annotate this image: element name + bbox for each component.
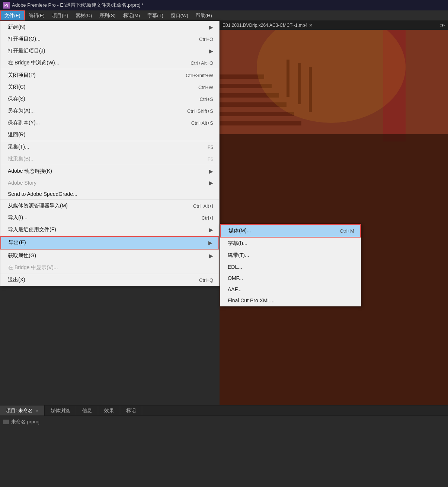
- menu-item-label-save: 保存(S): [8, 96, 25, 102]
- menu-item-window[interactable]: 窗口(W): [167, 10, 192, 20]
- project-item: 未命名.prproj: [3, 417, 445, 426]
- submenu-label-tape: 磁带(T)...: [228, 252, 249, 259]
- menu-item-adobe-dynamic-link[interactable]: Adobe 动态链接(K)▶: [0, 165, 219, 177]
- menu-item-subtitle[interactable]: 字幕(T): [144, 10, 167, 20]
- bottom-panel: 项目: 未命名×媒体浏览信息效果标记 未命名.prproj: [0, 405, 448, 487]
- menu-section-section5: 从媒体资源管理器导入(M)Ctrl+Alt+I导入(I)...Ctrl+I导入最…: [0, 200, 219, 236]
- title-bar: Pr Adobe Premiere Pro - E:\迅雷下载\新建文件夹\未命…: [0, 0, 448, 10]
- menu-item-open-project[interactable]: 打开项目(O)...Ctrl+O: [0, 33, 219, 45]
- svg-rect-6: [220, 121, 301, 125]
- project-file-name: 未命名.prproj: [11, 418, 39, 425]
- menu-item-close[interactable]: 关闭(C)Ctrl+W: [0, 81, 219, 93]
- svg-rect-5: [220, 112, 294, 116]
- menu-item-project[interactable]: 项目(P): [48, 10, 72, 20]
- menu-item-close-project[interactable]: 关闭项目(P)Ctrl+Shift+W: [0, 69, 219, 81]
- shortcut-close-project: Ctrl+Shift+W: [186, 73, 213, 78]
- menu-section-section2: 关闭项目(P)Ctrl+Shift+W关闭(C)Ctrl+W保存(S)Ctrl+…: [0, 69, 219, 141]
- bottom-tab-label-mark: 标记: [126, 407, 136, 414]
- shortcut-open-project: Ctrl+O: [199, 36, 213, 42]
- menu-item-label-exit: 退出(X): [8, 277, 25, 283]
- menu-item-help[interactable]: 帮助(H): [192, 10, 216, 20]
- menu-item-label-capture: 采集(T)...: [8, 144, 29, 150]
- export-submenu: 媒体(M)...Ctrl+M字幕(I)...磁带(T)...EDL...OMF.…: [220, 224, 361, 306]
- preview-tab-close-icon[interactable]: ✕: [309, 23, 313, 28]
- submenu-item-subtitle[interactable]: 字幕(I)...: [220, 238, 361, 249]
- arrow-icon-new: ▶: [209, 24, 213, 30]
- menu-item-batch-capture: 批采集(B)...F6: [0, 153, 219, 165]
- submenu-label-omf: OMF...: [228, 275, 243, 281]
- menu-item-import[interactable]: 导入(I)...Ctrl+I: [0, 212, 219, 224]
- menu-item-label-open-recent: 打开最近项目(J): [8, 48, 45, 54]
- menu-item-label-new: 新建(N): [8, 24, 25, 31]
- bottom-tab-project[interactable]: 项目: 未命名×: [0, 405, 45, 416]
- app-icon: Pr: [3, 2, 10, 9]
- menu-item-browse-bridge[interactable]: 在 Bridge 中浏览(W)...Ctrl+Alt+O: [0, 57, 219, 69]
- menu-item-label-send-speedgrade: Send to Adobe SpeedGrade...: [8, 191, 77, 197]
- file-menu-dropdown: 新建(N)▶打开项目(O)...Ctrl+O打开最近项目(J)▶在 Bridge…: [0, 21, 220, 286]
- menu-item-label-import: 导入(I)...: [8, 214, 28, 221]
- main-content: 新建(N)▶打开项目(O)...Ctrl+O打开最近项目(J)▶在 Bridge…: [0, 21, 448, 405]
- preview-tab-label: E01.2001.DVDrip.x264.AC3-CMCT~1.mp4: [223, 23, 307, 28]
- bottom-tab-mark[interactable]: 标记: [120, 405, 142, 416]
- preview-expand-icon[interactable]: ≫: [440, 23, 445, 28]
- menu-item-exit[interactable]: 退出(X)Ctrl+Q: [0, 274, 219, 286]
- menu-item-adobe-story: Adobe Story▶: [0, 177, 219, 188]
- arrow-icon-open-recent: ▶: [209, 48, 213, 54]
- svg-rect-10: [287, 60, 289, 97]
- menu-item-import-recent[interactable]: 导入最近使用文件(F)▶: [0, 224, 219, 236]
- preview-tab: E01.2001.DVDrip.x264.AC3-CMCT~1.mp4 ✕: [223, 23, 313, 28]
- submenu-item-aaf[interactable]: AAF...: [220, 284, 361, 295]
- submenu-item-tape[interactable]: 磁带(T)...: [220, 249, 361, 261]
- menu-item-get-properties[interactable]: 获取属性(G)▶: [0, 250, 219, 262]
- preview-image: [220, 30, 448, 405]
- submenu-item-finalcut[interactable]: Final Cut Pro XML...: [220, 295, 361, 306]
- bottom-tab-close-project[interactable]: ×: [36, 408, 38, 413]
- svg-rect-12: [309, 67, 312, 112]
- menu-bar: 文件(F)编辑(E)项目(P)素材(C)序列(S)标记(M)字幕(T)窗口(W)…: [0, 10, 448, 21]
- shortcut-save-copy: Ctrl+Alt+S: [191, 120, 213, 126]
- menu-item-label-show-in-bridge: 在 Bridge 中显示(V)...: [8, 264, 58, 271]
- bottom-tab-effects[interactable]: 效果: [98, 405, 120, 416]
- menu-item-label-import-recent: 导入最近使用文件(F): [8, 226, 56, 233]
- menu-item-revert[interactable]: 返回(R): [0, 129, 219, 141]
- menu-item-import-from-media[interactable]: 从媒体资源管理器导入(M)Ctrl+Alt+I: [0, 200, 219, 212]
- bottom-tab-media-browser[interactable]: 媒体浏览: [45, 405, 76, 416]
- menu-item-open-recent[interactable]: 打开最近项目(J)▶: [0, 45, 219, 57]
- submenu-label-media: 媒体(M)...: [228, 227, 251, 234]
- bottom-tab-info[interactable]: 信息: [76, 405, 98, 416]
- menu-item-label-save-as: 另存为(A)...: [8, 108, 35, 114]
- menu-item-export[interactable]: 导出(E)▶: [0, 236, 219, 249]
- arrow-icon-adobe-story: ▶: [209, 180, 213, 186]
- svg-rect-1: [220, 74, 264, 79]
- menu-item-label-browse-bridge: 在 Bridge 中浏览(W)...: [8, 60, 59, 66]
- menu-item-send-speedgrade[interactable]: Send to Adobe SpeedGrade...: [0, 188, 219, 200]
- menu-item-label-adobe-story: Adobe Story: [8, 180, 36, 186]
- bottom-content: 未命名.prproj: [0, 416, 448, 428]
- submenu-item-omf[interactable]: OMF...: [220, 273, 361, 284]
- arrow-icon-import-recent: ▶: [209, 227, 213, 233]
- menu-item-save[interactable]: 保存(S)Ctrl+S: [0, 93, 219, 105]
- svg-rect-11: [298, 63, 301, 104]
- menu-item-mark[interactable]: 标记(M): [119, 10, 144, 20]
- menu-item-label-close-project: 关闭项目(P): [8, 72, 36, 79]
- menu-item-capture[interactable]: 采集(T)...F5: [0, 141, 219, 153]
- submenu-shortcut-media: Ctrl+M: [340, 228, 354, 234]
- shortcut-save-as: Ctrl+Shift+S: [187, 108, 213, 114]
- submenu-item-media[interactable]: 媒体(M)...Ctrl+M: [220, 224, 361, 238]
- menu-item-sequence[interactable]: 序列(S): [96, 10, 119, 20]
- shortcut-capture: F5: [208, 144, 213, 150]
- menu-item-file[interactable]: 文件(F): [0, 10, 25, 20]
- submenu-item-edl[interactable]: EDL...: [220, 261, 361, 273]
- preview-svg: [220, 30, 448, 405]
- bottom-tab-label-project: 项目: 未命名: [6, 407, 33, 414]
- menu-item-new[interactable]: 新建(N)▶: [0, 21, 219, 33]
- menu-section-section4: Adobe 动态链接(K)▶Adobe Story▶Send to Adobe …: [0, 165, 219, 200]
- submenu-label-aaf: AAF...: [228, 286, 241, 292]
- menu-item-save-copy[interactable]: 保存副本(Y)...Ctrl+Alt+S: [0, 117, 219, 129]
- video-preview: E01.2001.DVDrip.x264.AC3-CMCT~1.mp4 ✕ ≫: [220, 21, 448, 405]
- menu-item-save-as[interactable]: 另存为(A)...Ctrl+Shift+S: [0, 105, 219, 117]
- submenu-label-edl: EDL...: [228, 264, 242, 270]
- menu-item-edit[interactable]: 编辑(E): [25, 10, 48, 20]
- menu-item-material[interactable]: 素材(C): [72, 10, 96, 20]
- menu-item-label-adobe-dynamic-link: Adobe 动态链接(K): [8, 168, 52, 175]
